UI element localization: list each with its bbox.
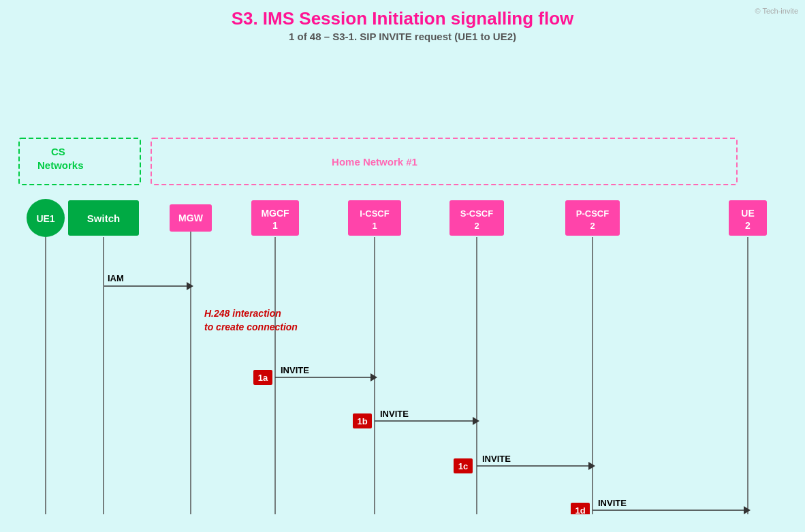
invite-1d-arrowhead — [744, 506, 751, 514]
cs-networks-sublabel: Networks — [37, 159, 84, 171]
node-mgcf1-num: 1 — [272, 220, 278, 231]
page-container: © Tech-invite S3. IMS Session Initiation… — [0, 0, 805, 532]
h248-line2: to create connection — [204, 322, 298, 332]
badge-1c-label: 1c — [458, 461, 468, 471]
invite-1c-arrowhead — [588, 462, 595, 470]
main-title: S3. IMS Session Initiation signalling fl… — [0, 8, 805, 29]
invite-1a-arrowhead — [370, 373, 377, 381]
node-pcscf2-num: 2 — [590, 221, 595, 231]
node-mgw-label: MGW — [178, 213, 204, 223]
iam-arrowhead — [187, 282, 193, 290]
node-mgcf1-label: MGCF — [261, 208, 289, 219]
copyright-label: © Tech-invite — [755, 7, 798, 15]
node-ue2-num: 2 — [745, 220, 751, 231]
node-UE1-label: UE1 — [36, 213, 54, 224]
iam-label: IAM — [108, 273, 124, 283]
sub-title: 1 of 48 – S3-1. SIP INVITE request (UE1 … — [0, 31, 805, 42]
node-icscf1-label: I-CSCF — [360, 208, 389, 219]
node-icscf1-num: 1 — [372, 221, 377, 231]
h248-line1: H.248 interaction — [204, 308, 281, 319]
node-scscf2-num: 2 — [474, 221, 479, 231]
invite-1b-arrowhead — [473, 417, 479, 425]
invite-1d-label: INVITE — [598, 498, 627, 508]
badge-1a-label: 1a — [258, 373, 268, 383]
home-network-box — [151, 138, 737, 185]
home-network-label: Home Network #1 — [332, 156, 417, 168]
node-pcscf2-label: P-CSCF — [576, 208, 609, 219]
cs-networks-label: CS — [51, 146, 65, 157]
badge-1d-label: 1d — [575, 505, 585, 514]
node-switch-label: Switch — [87, 213, 120, 224]
header: S3. IMS Session Initiation signalling fl… — [0, 0, 805, 46]
invite-1c-label: INVITE — [482, 454, 511, 464]
invite-1a-label: INVITE — [281, 365, 309, 375]
diagram-svg: CS Networks Home Network #1 UE1 Switch M… — [0, 65, 805, 514]
node-ue2-label: UE — [741, 208, 754, 219]
node-scscf2-label: S-CSCF — [460, 208, 493, 219]
badge-1b-label: 1b — [357, 416, 367, 426]
invite-1b-label: INVITE — [380, 409, 409, 419]
